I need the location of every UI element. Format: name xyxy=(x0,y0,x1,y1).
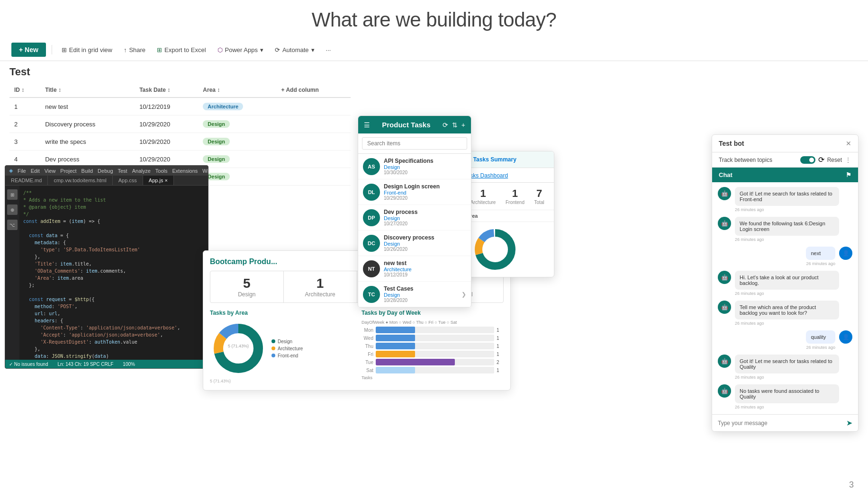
donut-chart-section: Tasks by Area 5 (71.43%) xyxy=(210,310,352,383)
pt-hamburger-icon[interactable]: ☰ xyxy=(364,121,370,129)
menu-view[interactable]: View xyxy=(45,168,56,174)
tab-appjs[interactable]: App.js × xyxy=(143,176,174,185)
pt-list-item[interactable]: AS API Specifications Design 10/30/2020 xyxy=(358,154,471,179)
bot-messages[interactable]: 🤖 Got it! Let me search for tasks relate… xyxy=(712,182,858,414)
sidebar-explorer-icon[interactable]: ⊞ xyxy=(7,189,18,200)
table-row[interactable]: 1 new test 10/12/2019 Architecture xyxy=(9,98,351,115)
bootcamp-stat-num: 1 xyxy=(286,276,354,291)
cell-empty xyxy=(277,133,351,151)
menu-edit[interactable]: Edit xyxy=(31,168,40,174)
bot-message-group: 🤖 Got it! Let me search for tasks relate… xyxy=(718,187,852,212)
bot-input[interactable] xyxy=(718,420,842,426)
sidebar-git-icon[interactable]: ⌥ xyxy=(7,220,18,230)
bar-chart-section: Tasks by Day of Week DayOfWeek ● Mon ○ W… xyxy=(362,310,504,383)
export-button[interactable]: ⊞ Export to Excel xyxy=(153,44,209,56)
more-button[interactable]: ··· xyxy=(322,44,335,56)
menu-tools[interactable]: Tools xyxy=(155,168,168,174)
cell-id: 1 xyxy=(9,98,40,115)
new-button[interactable]: + New xyxy=(11,43,46,57)
menu-debug[interactable]: Debug xyxy=(98,168,113,174)
vscode-statusbar: ✓ No issues found Ln: 143 Ch: 19 SPC CRL… xyxy=(5,360,208,368)
bot-header: Test bot ✕ xyxy=(712,135,858,152)
pt-search-input[interactable] xyxy=(362,137,467,150)
message-avatar: 🤖 xyxy=(718,355,731,368)
excel-icon: ⊞ xyxy=(157,46,162,53)
message-time: 26 minutes ago xyxy=(735,321,839,326)
user-message-group: 👤 quality 26 minutes ago xyxy=(718,330,852,350)
message-avatar: 🤖 xyxy=(718,301,731,314)
bot-input-row: ➤ xyxy=(712,414,858,431)
bar-row: Wed 1 xyxy=(362,335,504,341)
bar-label: Sat xyxy=(362,368,373,373)
vscode-code-editor[interactable]: /** * Adds a new item to the list * @par… xyxy=(19,186,208,360)
pt-list-item[interactable]: DC Discovery process Design 10/26/2020 xyxy=(358,231,471,256)
svg-text:5 (71.43%): 5 (71.43%) xyxy=(228,344,249,348)
table-row[interactable]: 3 write the specs 10/29/2020 Design xyxy=(9,133,351,151)
pt-item-title: Discovery process xyxy=(384,234,466,241)
tab-css[interactable]: App.css xyxy=(113,176,143,185)
bar-fill xyxy=(376,343,415,349)
chevron-down-icon: ▾ xyxy=(260,46,263,53)
menu-project[interactable]: Project xyxy=(60,168,76,174)
menu-build[interactable]: Build xyxy=(81,168,93,174)
track-toggle[interactable] xyxy=(800,156,815,164)
tab-html[interactable]: cmp.vw.todoitems.html xyxy=(48,176,112,185)
message-bubble: quality xyxy=(806,330,835,344)
menu-file[interactable]: File xyxy=(18,168,26,174)
bar-val: 1 xyxy=(497,336,504,341)
pt-list-item[interactable]: TC Test Cases Design 10/28/2020 ❯ xyxy=(358,282,471,307)
vscode-menu: File Edit View Project Build Debug Test … xyxy=(18,168,208,174)
bot-message-group: 🤖 Got it! Let me search for tasks relate… xyxy=(718,355,852,380)
bar-track xyxy=(376,335,494,341)
message-avatar: 🤖 xyxy=(718,384,731,398)
pt-item-area: Design xyxy=(384,292,458,298)
menu-window[interactable]: Window xyxy=(202,168,208,174)
legend-dot-arch xyxy=(271,346,275,350)
menu-analyze[interactable]: Analyze xyxy=(132,168,151,174)
menu-test[interactable]: Test xyxy=(118,168,127,174)
col-taskdate[interactable]: Task Date ↕ xyxy=(135,83,198,98)
share-icon: ↑ xyxy=(124,46,127,53)
table-row[interactable]: 2 Discovery process 10/29/2020 Design xyxy=(9,115,351,133)
pt-list-item[interactable]: DP Dev process Design 10/27/2020 xyxy=(358,205,471,231)
message-content: We found the following task 6:Design Log… xyxy=(735,217,839,242)
pt-item-title: Test Cases xyxy=(384,285,458,292)
message-content: No tasks were found associated to Qualit… xyxy=(735,384,839,409)
vscode-logo: ◈ xyxy=(9,168,13,174)
pt-sort-icon[interactable]: ⇅ xyxy=(452,121,458,129)
bot-reset-label[interactable]: Reset xyxy=(827,157,842,163)
message-content: Got it! Let me search for tasks related … xyxy=(735,355,839,380)
pt-item-info: Discovery process Design 10/26/2020 xyxy=(384,234,466,252)
share-button[interactable]: ↑ Share xyxy=(120,44,149,56)
bar-row: Sat 1 xyxy=(362,367,504,373)
pts-stat-label: Total xyxy=(534,200,544,205)
bot-message-group: 🤖 Tell me which area of the product back… xyxy=(718,301,852,326)
pt-list-item[interactable]: NT new test Architecture 10/12/2019 xyxy=(358,256,471,282)
message-time: 26 minutes ago xyxy=(735,237,839,242)
bot-send-button[interactable]: ➤ xyxy=(846,418,852,427)
pt-list-item[interactable]: DL Design Login screen Front-end 10/29/2… xyxy=(358,179,471,205)
automate-button[interactable]: ⟳ Automate ▾ xyxy=(271,44,318,56)
col-id[interactable]: ID ↕ xyxy=(9,83,40,98)
message-time: 26 minutes ago xyxy=(806,345,835,350)
col-title[interactable]: Title ↕ xyxy=(40,83,135,98)
bar-label: Thu xyxy=(362,344,373,349)
bot-more-icon[interactable]: ⋮ xyxy=(845,156,851,164)
powerapps-button[interactable]: ⬡ Power Apps ▾ xyxy=(214,44,267,56)
bar-val: 2 xyxy=(497,360,504,365)
edit-grid-button[interactable]: ⊞ Edit in grid view xyxy=(58,44,116,56)
bot-close-button[interactable]: ✕ xyxy=(846,140,851,147)
page-title: What are we building today? xyxy=(0,0,868,39)
col-add[interactable]: + Add column xyxy=(277,83,351,98)
col-area[interactable]: Area ↕ xyxy=(198,83,276,98)
toolbar-separator xyxy=(52,45,52,54)
bot-track-row: Track between topics ⟳ Reset ⋮ xyxy=(712,152,858,168)
pt-add-icon[interactable]: + xyxy=(461,121,465,129)
tab-readme[interactable]: README.md xyxy=(5,176,48,185)
menu-extensions[interactable]: Extensions xyxy=(172,168,198,174)
message-bubble: Got it! Let me search for tasks related … xyxy=(735,355,839,373)
message-time: 26 minutes ago xyxy=(735,375,839,380)
message-avatar: 👤 xyxy=(839,247,852,260)
pt-refresh-icon[interactable]: ⟳ xyxy=(443,121,448,129)
sidebar-search-icon[interactable]: ⊕ xyxy=(7,204,18,215)
